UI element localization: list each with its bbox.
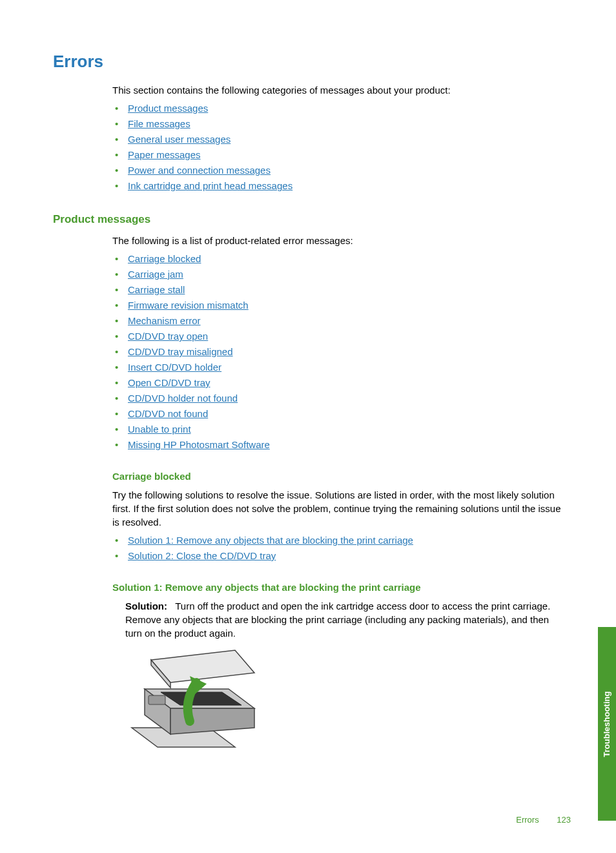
side-tab-troubleshooting: Troubleshooting [598,627,616,821]
link-power-connection-messages[interactable]: Power and connection messages [128,165,271,176]
link-cddvd-not-found[interactable]: CD/DVD not found [128,408,208,419]
heading-solution-1: Solution 1: Remove any objects that are … [112,582,563,593]
link-cddvd-tray-misaligned[interactable]: CD/DVD tray misaligned [128,346,233,357]
link-mechanism-error[interactable]: Mechanism error [128,315,201,326]
link-paper-messages[interactable]: Paper messages [128,149,201,160]
side-tab-label: Troubleshooting [602,691,612,757]
heading-errors: Errors [53,52,563,72]
heading-carriage-blocked: Carriage blocked [112,471,563,482]
intro-categories: This section contains the following cate… [112,83,563,97]
intro-product-messages: The following is a list of product-relat… [112,234,563,247]
link-ink-cartridge-messages[interactable]: Ink cartridge and print head messages [128,180,293,191]
link-carriage-jam[interactable]: Carriage jam [128,269,183,280]
footer-section-label: Errors [516,815,539,825]
product-messages-list: Carriage blocked Carriage jam Carriage s… [112,251,563,453]
link-general-user-messages[interactable]: General user messages [128,134,231,145]
link-cddvd-tray-open[interactable]: CD/DVD tray open [128,331,208,342]
link-missing-hp-photosmart[interactable]: Missing HP Photosmart Software [128,439,270,450]
link-file-messages[interactable]: File messages [128,118,190,129]
page-footer: Errors 123 [516,815,571,825]
svg-marker-3 [170,708,254,734]
solution-label: Solution: [125,601,167,611]
carriage-blocked-solutions-list: Solution 1: Remove any objects that are … [112,533,563,564]
link-solution-2[interactable]: Solution 2: Close the CD/DVD tray [128,550,276,561]
category-list: Product messages File messages General u… [112,101,563,194]
link-solution-1[interactable]: Solution 1: Remove any objects that are … [128,535,413,546]
printer-icon [125,644,267,754]
svg-rect-7 [149,695,165,704]
link-carriage-stall[interactable]: Carriage stall [128,284,185,295]
link-cddvd-holder-not-found[interactable]: CD/DVD holder not found [128,393,238,404]
page-number: 123 [557,815,571,825]
heading-product-messages: Product messages [53,213,563,226]
link-product-messages[interactable]: Product messages [128,103,208,114]
printer-illustration [125,644,563,755]
link-carriage-blocked[interactable]: Carriage blocked [128,253,201,264]
solution-1-body: Solution: Turn off the product and open … [125,599,563,640]
carriage-blocked-text: Try the following solutions to resolve t… [112,488,563,529]
link-insert-cddvd-holder[interactable]: Insert CD/DVD holder [128,362,221,373]
link-unable-to-print[interactable]: Unable to print [128,424,191,435]
link-firmware-mismatch[interactable]: Firmware revision mismatch [128,300,249,311]
solution-1-text: Turn off the product and open the ink ca… [125,601,550,639]
link-open-cddvd-tray[interactable]: Open CD/DVD tray [128,377,210,388]
